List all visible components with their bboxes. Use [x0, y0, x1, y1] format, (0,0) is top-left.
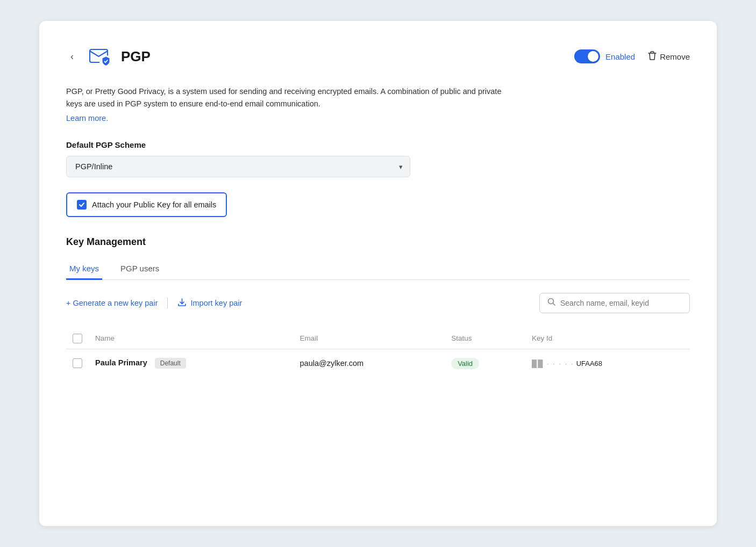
row-email-cell: paula@zylker.com — [294, 349, 445, 378]
search-icon — [547, 298, 556, 308]
row-email: paula@zylker.com — [300, 359, 364, 368]
key-id-blurred: ██ · · · · · — [532, 359, 574, 368]
search-wrapper — [539, 293, 690, 313]
keys-table: Name Email Status Key Id Paula Primary D… — [66, 328, 690, 378]
col-email-header: Email — [294, 328, 445, 349]
row-select-checkbox[interactable] — [73, 358, 82, 368]
search-input[interactable] — [560, 299, 682, 307]
attach-public-key-checkbox[interactable]: Attach your Public Key for all emails — [66, 192, 227, 217]
row-name-cell: Paula Primary Default — [89, 349, 294, 378]
remove-label: Remove — [660, 52, 690, 61]
row-checkbox-cell — [66, 349, 89, 378]
description-text: PGP, or Pretty Good Privacy, is a system… — [66, 85, 507, 110]
tab-my-keys[interactable]: My keys — [66, 258, 102, 280]
pgp-settings-card: ‹ PGP Enabled — [39, 21, 717, 526]
learn-more-link[interactable]: Learn more. — [66, 114, 108, 123]
col-keyid-header: Key Id — [525, 328, 690, 349]
pgp-icon — [85, 42, 113, 70]
col-name-header: Name — [89, 328, 294, 349]
col-checkbox — [66, 328, 89, 349]
header-right: Enabled Remove — [574, 49, 690, 63]
key-id-visible: UFAA68 — [576, 359, 602, 368]
import-key-pair-button[interactable]: Import key pair — [177, 298, 242, 308]
generate-key-pair-button[interactable]: + Generate a new key pair — [66, 299, 158, 307]
header-left: ‹ PGP — [66, 42, 151, 70]
tabs: My keys PGP users — [66, 258, 690, 280]
import-icon — [177, 298, 187, 308]
row-status-cell: Valid — [445, 349, 525, 378]
key-management-title: Key Management — [66, 236, 690, 248]
toggle-label: Enabled — [605, 52, 635, 61]
row-keyid-cell: ██ · · · · · UFAA68 — [525, 349, 690, 378]
checkbox-label: Attach your Public Key for all emails — [92, 200, 216, 209]
table-row: Paula Primary Default paula@zylker.com V… — [66, 349, 690, 378]
enabled-toggle[interactable] — [574, 49, 600, 63]
import-label: Import key pair — [190, 299, 242, 307]
header: ‹ PGP Enabled — [66, 42, 690, 70]
default-badge: Default — [155, 358, 186, 369]
scheme-select[interactable]: PGP/Inline PGP/MIME — [66, 156, 410, 177]
remove-button[interactable]: Remove — [648, 51, 690, 62]
status-badge: Valid — [451, 358, 479, 369]
scheme-label: Default PGP Scheme — [66, 140, 690, 149]
toggle-group: Enabled — [574, 49, 635, 63]
scheme-select-wrapper: PGP/Inline PGP/MIME ▾ — [66, 156, 410, 177]
remove-icon — [648, 51, 657, 62]
select-all-checkbox[interactable] — [73, 334, 82, 343]
toolbar-divider — [167, 298, 168, 308]
row-name: Paula Primary — [95, 358, 147, 367]
back-button[interactable]: ‹ — [66, 49, 78, 64]
table-header-row: Name Email Status Key Id — [66, 328, 690, 349]
toolbar: + Generate a new key pair Import key pai… — [66, 293, 690, 313]
page-title: PGP — [121, 48, 151, 65]
tab-pgp-users[interactable]: PGP users — [117, 258, 162, 280]
col-status-header: Status — [445, 328, 525, 349]
checkbox-checked-icon — [77, 200, 87, 210]
